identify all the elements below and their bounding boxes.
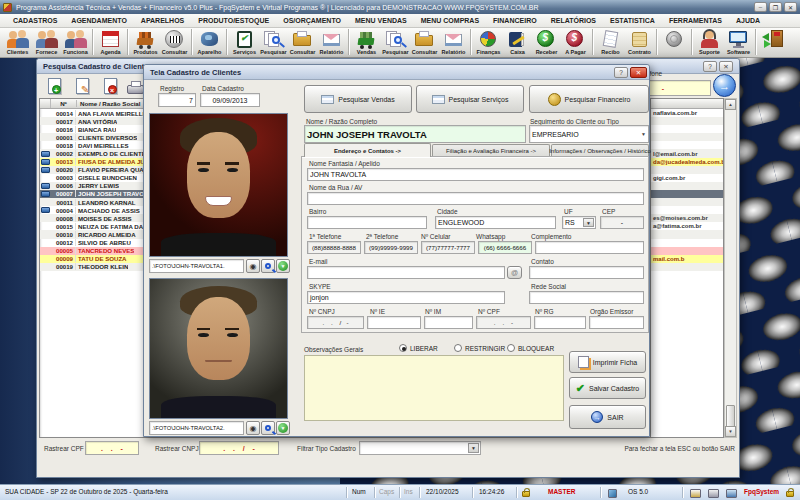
chevron-down-icon[interactable]: ▼ — [583, 218, 594, 227]
toolbar-button[interactable]: Software — [724, 28, 753, 57]
header-name[interactable]: Nome / Razão Social — [77, 100, 141, 107]
toolbar-button[interactable]: Suporte — [695, 28, 724, 57]
toolbar-button[interactable]: Consultar — [160, 28, 189, 57]
monitor-icon[interactable] — [726, 489, 737, 498]
email-cell[interactable]: naflavia.com.br — [651, 109, 723, 117]
toolbar-button[interactable]: Vendas — [352, 28, 381, 57]
tab-endereco[interactable]: Endereço e Contatos -> — [304, 143, 431, 157]
bairro-field[interactable] — [307, 216, 427, 229]
add-client-button[interactable]: + — [42, 75, 66, 97]
observacoes-textarea[interactable] — [304, 355, 564, 421]
toolbar-button[interactable]: Pesquisar — [259, 28, 288, 57]
dialog-help-button[interactable]: ? — [614, 67, 628, 78]
toolbar-button[interactable]: Receber — [532, 28, 561, 57]
photo1-refresh-button[interactable]: ▼ — [276, 259, 290, 273]
toolbar-button[interactable]: Agenda — [96, 28, 125, 57]
photo1-camera-button[interactable]: ◉ — [246, 259, 260, 273]
toolbar-button[interactable]: Relatório — [439, 28, 468, 57]
photo2-path-field[interactable]: .\FOTO\JOHN-TRAVOLTA2. — [149, 421, 244, 435]
toolbar-button[interactable]: Serviços — [230, 28, 259, 57]
skype-field[interactable]: jonjon — [307, 291, 505, 304]
menu-item[interactable]: PRODUTO/ESTOQUE — [191, 17, 276, 24]
edit-client-button[interactable]: ✎ — [70, 75, 94, 97]
close-button[interactable]: ✕ — [784, 2, 797, 12]
whatsapp-field[interactable]: (66) 6666-6666 — [478, 241, 532, 254]
contato-field[interactable] — [529, 266, 644, 279]
email-cell[interactable] — [651, 239, 723, 247]
email-cell[interactable] — [651, 206, 723, 214]
email-cell[interactable]: mail.com.b — [651, 255, 723, 263]
printer-icon[interactable] — [708, 489, 719, 498]
tel2-field[interactable]: (99)99999-9999 — [364, 241, 418, 254]
email-cell[interactable] — [651, 117, 723, 125]
photo2-zoom-button[interactable] — [261, 421, 275, 435]
toolbar-button[interactable] — [191, 29, 193, 55]
email-cell[interactable]: a@fatima.com.br — [651, 222, 723, 230]
email-cell[interactable] — [651, 263, 723, 271]
email-field[interactable] — [307, 266, 505, 279]
nome-field[interactable]: JOHN JOSEPH TRAVOLTA — [304, 125, 526, 143]
toolbar-button[interactable]: Consultar — [410, 28, 439, 57]
toolbar-button[interactable] — [127, 29, 129, 55]
tel1-field[interactable]: (88)88888-8888 — [307, 241, 361, 254]
header-num[interactable]: Nº — [51, 100, 77, 107]
toolbar-button[interactable] — [470, 29, 472, 55]
ie-field[interactable] — [367, 316, 421, 329]
filtrar-tipo-dropdown[interactable]: ▼ — [359, 441, 481, 455]
toolbar-button[interactable]: Clientes — [3, 28, 32, 57]
toolbar-button[interactable]: Aparelho — [195, 28, 224, 57]
menu-item[interactable]: AGENDAMENTO — [64, 17, 133, 24]
email-cell[interactable] — [651, 182, 723, 190]
menu-item[interactable]: AJUDA — [729, 17, 767, 24]
photo2-camera-button[interactable]: ◉ — [246, 421, 260, 435]
menu-item[interactable]: FINANCEIRO — [486, 17, 544, 24]
toolbar-button[interactable] — [656, 29, 658, 55]
rastrear-cpf-input[interactable]: . . - — [85, 441, 139, 455]
seguimento-dropdown[interactable]: EMPRESARIO▼ — [529, 125, 649, 143]
scroll-thumb[interactable] — [726, 405, 735, 427]
rua-field[interactable] — [307, 192, 644, 205]
minimize-button[interactable]: – — [754, 2, 767, 12]
email-cell[interactable] — [651, 133, 723, 141]
email-cell[interactable]: gigi.com.br — [651, 174, 723, 182]
cnpj-field[interactable]: . . / - — [307, 316, 364, 329]
toolbar-button[interactable]: Produtos — [131, 28, 160, 57]
email-column[interactable]: naflavia.com.brl@email.com.brda@jucadeal… — [651, 98, 724, 438]
photo1-zoom-button[interactable] — [261, 259, 275, 273]
toolbar-button[interactable] — [348, 29, 350, 55]
restore-button[interactable]: ❐ — [769, 2, 782, 12]
chevron-down-icon[interactable]: ▼ — [468, 443, 479, 453]
toolbar-button[interactable]: Contrato — [625, 28, 654, 57]
toolbar-button[interactable]: Consultar — [288, 28, 317, 57]
data-cadastro-field[interactable]: 09/09/2013 — [200, 93, 260, 107]
toolbar-button[interactable] — [92, 29, 94, 55]
email-send-button[interactable]: @ — [507, 266, 522, 279]
pesquisar-vendas-button[interactable]: Pesquisar Vendas — [304, 85, 412, 113]
toolbar-button[interactable] — [226, 29, 228, 55]
toolbar-button[interactable] — [592, 29, 594, 55]
grid-scrollbar[interactable]: ▲ ▼ — [724, 98, 737, 438]
imprimir-ficha-button[interactable]: Imprimir Ficha — [569, 351, 646, 373]
email-cell[interactable]: l@email.com.br — [651, 149, 723, 157]
pesquisa-help-button[interactable]: ? — [703, 61, 717, 72]
sair-button[interactable]: → SAIR — [569, 405, 646, 429]
salvar-cadastro-button[interactable]: ✔ Salvar Cadastro — [569, 377, 646, 399]
rede-social-field[interactable] — [529, 291, 644, 304]
menu-item[interactable]: RELATÓRIOS — [544, 17, 603, 24]
celular-field[interactable]: (77)77777-7777 — [421, 241, 475, 254]
toolbar-button[interactable]: Funciona — [61, 28, 90, 57]
email-cell[interactable] — [651, 190, 723, 198]
toolbar-button[interactable] — [660, 28, 689, 57]
menu-item[interactable]: OS/ORÇAMENTO — [276, 17, 348, 24]
uf-dropdown[interactable]: RS▼ — [562, 216, 596, 229]
email-cell[interactable]: es@moises.com.br — [651, 214, 723, 222]
email-cell[interactable] — [651, 166, 723, 174]
delete-client-button[interactable]: × — [98, 75, 122, 97]
email-cell[interactable] — [651, 125, 723, 133]
menu-item[interactable]: MENU VENDAS — [348, 17, 414, 24]
toolbar-button[interactable]: Fornece — [32, 28, 61, 57]
pesquisar-servicos-button[interactable]: Pesquisar Serviços — [416, 85, 524, 113]
complemento-field[interactable] — [535, 241, 644, 254]
photo2-refresh-button[interactable]: ▼ — [276, 421, 290, 435]
rg-field[interactable] — [534, 316, 586, 329]
